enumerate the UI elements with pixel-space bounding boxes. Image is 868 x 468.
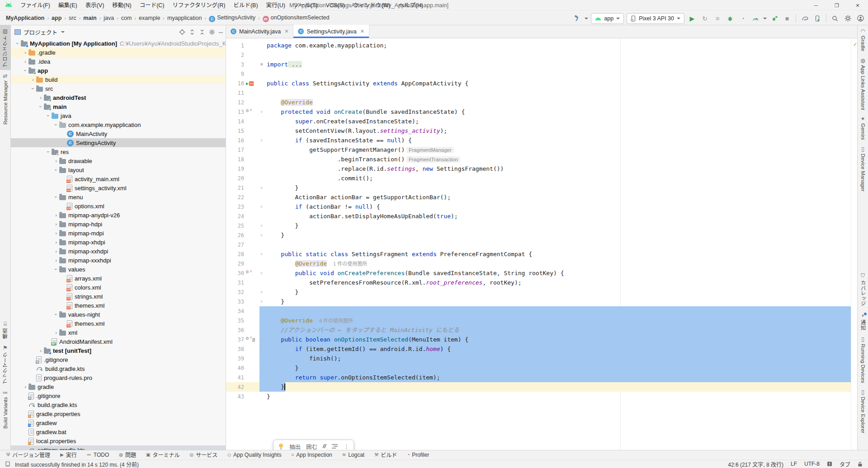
fold-marker-icon[interactable]: ∧ — [260, 183, 265, 192]
code-line[interactable]: 30∨ public void onCreatePreferences(Bund… — [226, 268, 857, 278]
collapse-all-icon[interactable] — [199, 29, 205, 35]
tree-chevron-icon[interactable]: › — [30, 86, 36, 91]
editor-scrollbar[interactable]: ✓ — [851, 38, 857, 450]
tree-item[interactable]: ›mipmap-xxhdpi — [11, 247, 226, 256]
fold-marker-icon[interactable]: ∧ — [260, 230, 265, 240]
tree-item[interactable]: <>settings_activity.xml — [11, 183, 226, 192]
tree-chevron-icon[interactable]: › — [53, 194, 59, 200]
overrides-method-icon[interactable] — [246, 337, 252, 342]
breadcrumb-item[interactable]: java — [103, 15, 114, 21]
tree-item[interactable]: ≡gradle.properties — [11, 409, 226, 418]
account-icon[interactable] — [855, 14, 865, 23]
tree-item[interactable]: ›gradle — [11, 382, 226, 391]
tree-chevron-icon[interactable]: › — [53, 239, 59, 245]
code-line[interactable]: 24 actionBar.setDisplayHomeAsUpEnabled(t… — [226, 211, 857, 221]
menu-item[interactable]: ビルド(B) — [229, 0, 262, 11]
code-line[interactable]: 31 setPreferencesFromResource(R.xml.root… — [226, 278, 857, 287]
tree-item[interactable]: ›androidTest — [11, 93, 226, 102]
tree-chevron-icon[interactable]: › — [53, 167, 59, 173]
tree-item[interactable]: MFAndroidManifest.xml — [11, 337, 226, 346]
code-line[interactable]: 15 setContentView(R.layout.settings_acti… — [226, 126, 857, 136]
code-line[interactable]: 12 @Override — [226, 98, 857, 107]
tree-item[interactable]: ›layout — [11, 165, 226, 174]
status-message[interactable]: Install successfully finished in 14 s 12… — [15, 460, 139, 468]
tree-chevron-icon[interactable]: › — [14, 41, 21, 46]
apply-code-changes-icon[interactable]: ≡ — [712, 14, 722, 23]
tree-item[interactable]: ›drawable — [11, 156, 226, 165]
tree-item[interactable]: ›.idea — [11, 57, 226, 66]
tool-strip-item-build-variants[interactable]: ≔Build Variants — [0, 387, 11, 432]
tree-item[interactable]: settings.gradle.kts — [11, 445, 226, 450]
code-line[interactable]: 42∧ } — [226, 382, 857, 392]
fold-marker-icon[interactable]: ∨ — [260, 268, 265, 278]
menu-item[interactable]: リファクタリング(R) — [169, 0, 230, 11]
tree-chevron-icon[interactable]: › — [30, 77, 36, 82]
tree-item[interactable]: ⊘.gitignore — [11, 391, 226, 400]
menu-item[interactable]: 編集(E) — [54, 0, 81, 11]
fold-marker-icon[interactable]: ∨ — [260, 202, 265, 211]
tree-chevron-icon[interactable]: › — [38, 348, 44, 353]
run-class-icon[interactable]: ▶ — [246, 81, 249, 86]
tool-strip-item-device-explorer[interactable]: ▯Device Explorer — [858, 386, 868, 436]
close-tab-icon[interactable]: ✕ — [284, 28, 288, 34]
tool-window-button--[interactable]: ◎サービス — [190, 451, 218, 459]
profiler-run-icon[interactable]: ◔ — [738, 14, 748, 23]
tree-item[interactable]: ›com.example.myapplication — [11, 120, 226, 129]
sync-gradle-hammer-icon[interactable] — [572, 14, 582, 23]
breadcrumb-item[interactable]: app — [51, 15, 62, 21]
breadcrumb-item[interactable]: main — [83, 15, 97, 21]
tool-strip-item--[interactable]: ▨プロジェクト — [0, 25, 11, 70]
tree-chevron-icon[interactable]: › — [53, 330, 59, 335]
tree-item[interactable]: <>themes.xml — [11, 301, 226, 310]
editor-tab-mainactivity-java[interactable]: CMainActivity.java✕ — [226, 25, 293, 38]
menu-item[interactable]: ファイル(F) — [16, 0, 54, 11]
tree-item[interactable]: ›mipmap-anydpi-v26 — [11, 211, 226, 220]
code-line[interactable]: 40∧ } — [226, 363, 857, 373]
tree-item[interactable]: ›test [unitTest] — [11, 346, 226, 355]
tree-chevron-icon[interactable]: › — [22, 59, 28, 64]
tree-chevron-icon[interactable]: › — [53, 212, 59, 218]
code-line[interactable]: 29 @Override1 件の使用箇所 — [226, 259, 857, 268]
tool-window-button-profiler[interactable]: ◔Profiler — [407, 452, 429, 458]
code-line[interactable]: 16∨ if (savedInstanceState == null) { — [226, 136, 857, 145]
menu-item[interactable]: 移動(N) — [108, 0, 135, 11]
tree-chevron-icon[interactable]: › — [22, 384, 28, 389]
tree-item[interactable]: ›java — [11, 111, 226, 120]
tool-strip-item-gemini[interactable]: ✦Gemini — [858, 113, 868, 143]
minimize-button[interactable]: ─ — [806, 0, 826, 11]
intention-bulb-icon[interactable] — [278, 443, 284, 450]
close-button[interactable]: ✕ — [847, 0, 868, 11]
code-line[interactable]: 43} — [226, 392, 857, 401]
fold-marker-icon[interactable]: ∨ — [260, 249, 265, 259]
fold-marker-icon[interactable]: ∧ — [260, 297, 265, 306]
code-line[interactable]: 9 — [226, 69, 857, 79]
extract-action[interactable]: 抽出 — [289, 442, 301, 450]
code-line[interactable]: 33∧ } — [226, 297, 857, 306]
tree-item[interactable]: ›values — [11, 265, 226, 274]
locate-file-icon[interactable] — [179, 29, 185, 35]
run-configuration-select[interactable]: app — [591, 13, 624, 24]
code-line[interactable]: 19 .replace(R.id.settings, new SettingsF… — [226, 164, 857, 173]
code-line[interactable]: 36 //アクションバーの ← をタップすると MainActivity にもど… — [226, 325, 857, 335]
tree-chevron-icon[interactable]: › — [53, 230, 59, 236]
tool-strip-item-device-manager[interactable]: ▯Device Manager — [858, 143, 868, 195]
tool-window-button--[interactable]: ◍問題 — [119, 451, 136, 459]
tree-item[interactable]: build.gradle.kts — [11, 364, 226, 373]
tree-chevron-icon[interactable]: › — [53, 158, 59, 164]
tree-item[interactable]: <>colors.xml — [11, 283, 226, 292]
tree-chevron-icon[interactable]: › — [53, 267, 59, 272]
code-line[interactable]: 3⊞import ... — [226, 60, 857, 69]
profiler-dropdown-icon[interactable] — [763, 18, 767, 19]
overrides-method-icon[interactable] — [246, 270, 252, 276]
indent-widget[interactable]: タブ — [840, 460, 850, 468]
tree-item[interactable]: <>themes.xml — [11, 319, 226, 328]
expand-all-icon[interactable] — [189, 29, 195, 35]
tree-item[interactable]: ≡local.properties — [11, 436, 226, 445]
tree-chevron-icon[interactable]: › — [38, 95, 44, 100]
tool-window-button--[interactable]: ▣ターミナル — [146, 451, 179, 459]
code-line[interactable]: 21∧ } — [226, 183, 857, 192]
code-line[interactable]: 14 super.onCreate(savedInstanceState); — [226, 117, 857, 126]
breadcrumb-item[interactable]: monOptionsItemSelected — [262, 14, 330, 22]
device-select[interactable]: Pixel 3 API 30 — [627, 13, 684, 24]
code-line[interactable]: 23∨ if (actionBar != null) { — [226, 202, 857, 211]
